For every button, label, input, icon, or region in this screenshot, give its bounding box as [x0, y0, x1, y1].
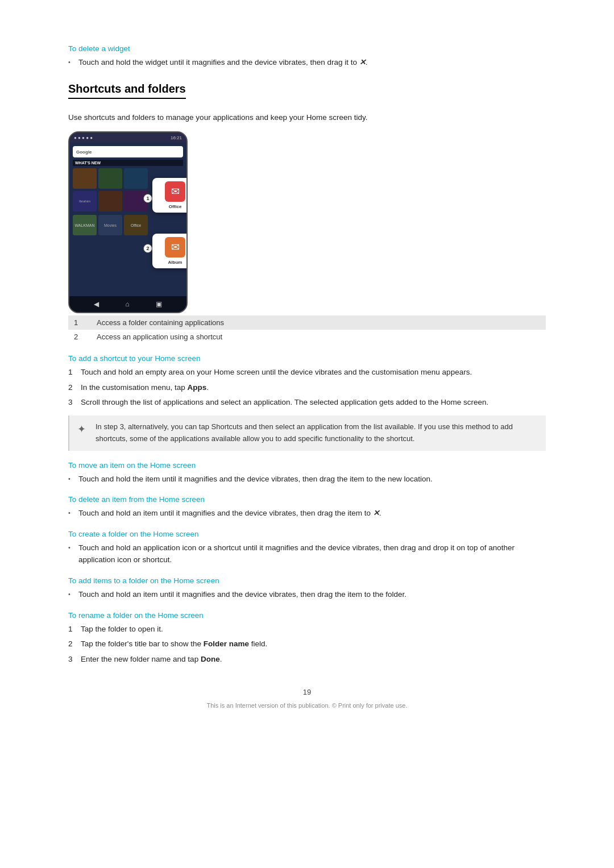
phone-nav-bar: ◀ ⌂ ▣ — [69, 296, 186, 312]
caption-num-1: 1 — [68, 315, 91, 330]
delete-widget-bullet: • Touch and hold the widget until it mag… — [68, 56, 546, 69]
delete-item-text: Touch and hold an item until it magnifie… — [78, 507, 381, 520]
app-thumb-3 — [124, 168, 148, 189]
phone-time: 16:21 — [171, 135, 182, 140]
caption-row-2: 2 Access an application using a shortcut — [68, 330, 546, 344]
nav-home-icon: ⌂ — [125, 300, 129, 308]
add-shortcut-step-2: 2 In the customisation menu, tap Apps. — [68, 381, 546, 394]
delete-widget-text: Touch and hold the widget until it magni… — [78, 56, 368, 69]
caption-num-2: 2 — [68, 330, 91, 344]
rename-step-3: 3 Enter the new folder name and tap Done… — [68, 653, 546, 666]
add-shortcut-step-1: 1 Touch and hold an empty area on your H… — [68, 366, 546, 379]
x-symbol: ✕ — [359, 56, 366, 69]
shortcuts-folders-section: Shortcuts and folders Use shortcuts and … — [68, 82, 546, 666]
phone-google-bar: Google — [73, 146, 183, 157]
dock-office: Office — [124, 215, 148, 235]
rename-step-2: 2 Tap the folder's title bar to show the… — [68, 638, 546, 650]
caption-table: 1 Access a folder containing application… — [68, 315, 546, 344]
add-items-text: Touch and hold an item until it magnifie… — [78, 588, 406, 601]
create-folder-heading: To create a folder on the Home screen — [68, 530, 546, 538]
caption-text-2: Access an application using a shortcut — [91, 330, 546, 344]
rename-text-1: Tap the folder to open it. — [81, 623, 163, 636]
create-folder-section: To create a folder on the Home screen • … — [68, 530, 546, 566]
caption-text-1: Access a folder containing applications — [91, 315, 546, 330]
page-number: 19 — [68, 688, 546, 696]
step-num-3: 3 — [68, 396, 81, 409]
intro-text: Use shortcuts and folders to manage your… — [68, 111, 546, 124]
rename-folder-steps: 1 Tap the folder to open it. 2 Tap the f… — [68, 623, 546, 666]
add-shortcut-steps: 1 Touch and hold an empty area on your H… — [68, 366, 546, 409]
create-folder-bullet: • Touch and hold an application icon or … — [68, 542, 546, 566]
delete-item-section: To delete an item from the Home screen •… — [68, 495, 546, 520]
move-item-section: To move an item on the Home screen • Tou… — [68, 461, 546, 485]
step-num-2: 2 — [68, 381, 81, 394]
step-text-2: In the customisation menu, tap Apps. — [81, 381, 209, 394]
whatsnew-label: WHAT'S NEW — [75, 161, 101, 165]
app-thumb-2 — [98, 168, 122, 189]
move-item-bullet: • Touch and hold the item until it magni… — [68, 473, 546, 485]
folder-album-label: Album — [168, 260, 182, 265]
bullet-dot-delete: • — [68, 508, 78, 518]
add-items-bullet: • Touch and hold an item until it magnif… — [68, 588, 546, 601]
phone-image-container: ● ● ● ● ● 16:21 Google WHAT'S NEW — [68, 131, 546, 344]
rename-step-1: 1 Tap the folder to open it. — [68, 623, 546, 636]
rename-text-2: Tap the folder's title bar to show the F… — [81, 638, 267, 650]
rename-folder-heading: To rename a folder on the Home screen — [68, 611, 546, 620]
bullet-dot: • — [68, 57, 78, 68]
rename-num-1: 1 — [68, 623, 81, 636]
app-thumb-4: Ibrahim — [73, 191, 97, 211]
delete-widget-heading: To delete a widget — [68, 44, 546, 53]
phone-dock: WALKMAN Movies Office — [69, 215, 186, 235]
dock-walkman: WALKMAN — [73, 215, 97, 235]
step-text-3: Scroll through the list of applications … — [81, 396, 488, 409]
folder-office-icon: ✉ — [165, 181, 185, 202]
add-items-section: To add items to a folder on the Home scr… — [68, 576, 546, 601]
phone-google-label: Google — [76, 149, 92, 155]
app-thumb-1 — [73, 168, 97, 189]
phone-mockup: ● ● ● ● ● 16:21 Google WHAT'S NEW — [68, 131, 188, 313]
section-heading: Shortcuts and folders — [68, 82, 186, 99]
delete-item-heading: To delete an item from the Home screen — [68, 495, 546, 504]
page: To delete a widget • Touch and hold the … — [0, 0, 614, 754]
rename-num-2: 2 — [68, 638, 81, 650]
phone-status-bar: ● ● ● ● ● 16:21 — [69, 132, 186, 143]
tip-text: In step 3, alternatively, you can tap Sh… — [96, 421, 538, 445]
tip-icon: ✦ — [77, 421, 91, 438]
delete-item-bullet: • Touch and hold an item until it magnif… — [68, 507, 546, 520]
office-folder-popup: ✉ Office — [152, 178, 188, 213]
nav-back-icon: ◀ — [94, 300, 99, 308]
app-thumb-5 — [98, 191, 122, 211]
rename-num-3: 3 — [68, 653, 81, 666]
add-items-heading: To add items to a folder on the Home scr… — [68, 576, 546, 585]
caption-row-1: 1 Access a folder containing application… — [68, 315, 546, 330]
bullet-dot-move: • — [68, 474, 78, 484]
folder-album-icon: ✉ — [165, 237, 185, 258]
phone-screen: Google WHAT'S NEW — [69, 143, 186, 312]
footer-text: This is an Internet version of this publ… — [68, 702, 546, 709]
add-shortcut-heading: To add a shortcut to your Home screen — [68, 354, 546, 363]
move-item-heading: To move an item on the Home screen — [68, 461, 546, 470]
move-item-text: Touch and hold the item until it magnifi… — [78, 473, 433, 485]
bullet-dot-create: • — [68, 543, 78, 553]
album-folder-popup: ✉ Album — [152, 234, 188, 268]
rename-folder-section: To rename a folder on the Home screen 1 … — [68, 611, 546, 666]
phone-wrapper: ● ● ● ● ● 16:21 Google WHAT'S NEW — [68, 131, 188, 313]
phone-dots: ● ● ● ● ● — [74, 135, 93, 140]
x-symbol-2: ✕ — [373, 507, 379, 520]
delete-widget-section: To delete a widget • Touch and hold the … — [68, 44, 546, 69]
add-shortcut-section: To add a shortcut to your Home screen 1 … — [68, 354, 546, 450]
tip-box: ✦ In step 3, alternatively, you can tap … — [68, 416, 546, 451]
step-num-1: 1 — [68, 366, 81, 379]
bullet-dot-add: • — [68, 589, 78, 600]
folder-office-label: Office — [169, 204, 182, 209]
step-text-1: Touch and hold an empty area on your Hom… — [81, 366, 472, 379]
rename-text-3: Enter the new folder name and tap Done. — [81, 653, 222, 666]
create-folder-text: Touch and hold an application icon or a … — [78, 542, 546, 566]
dock-movies: Movies — [98, 215, 122, 235]
add-shortcut-step-3: 3 Scroll through the list of application… — [68, 396, 546, 409]
nav-recent-icon: ▣ — [156, 300, 162, 308]
phone-whatsnew: WHAT'S NEW — [73, 160, 183, 166]
